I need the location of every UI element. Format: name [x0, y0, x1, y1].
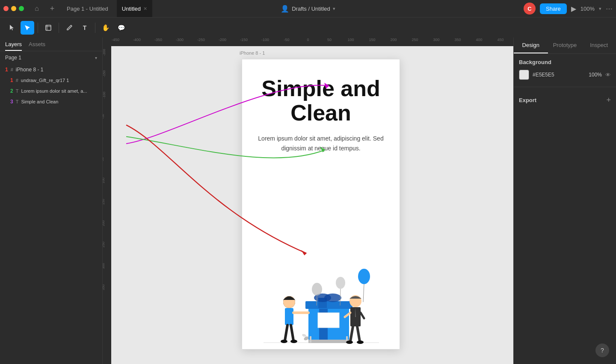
background-row: #E5E5E5 100% 👁 — [519, 70, 611, 80]
ruler-vtick: 50 — [103, 157, 104, 161]
ruler-vtick: 0 — [103, 137, 104, 138]
layer-lorem[interactable]: 2 T Lorem ipsum dolor sit amet, a... — [2, 86, 101, 96]
zoom-level: 100% — [580, 6, 595, 12]
export-row: Export + — [519, 96, 611, 105]
separator3 — [95, 23, 95, 33]
ruler-tick: 450 — [497, 38, 503, 42]
layer-num-1b: 1 — [10, 77, 13, 83]
svg-point-29 — [358, 269, 370, 284]
page-dropdown-icon: ▾ — [95, 56, 97, 60]
ruler-tick: 100 — [347, 38, 354, 42]
layer-num-2: 2 — [10, 88, 13, 94]
layer-iphone-frame[interactable]: 1 # iPhone 8 - 1 — [2, 65, 101, 75]
titlebar-right: C Share ▶ 100% ▾ ⋯ — [524, 3, 613, 15]
select-tool-button[interactable] — [21, 21, 34, 35]
main-area: Layers Assets Page 1 ▾ 1 # iPhone 8 - 1 … — [0, 38, 616, 364]
canvas-content: iPhone 8 - 1 Simple and Clean Lorem ipsu… — [111, 46, 513, 364]
ruler-vtick: -150 — [103, 70, 106, 77]
play-button[interactable]: ▶ — [571, 5, 576, 13]
tab-assets[interactable]: Assets — [29, 41, 45, 51]
canvas-area[interactable]: -450 -400 -350 -300 -250 -200 -150 -100 … — [103, 38, 513, 364]
hand-tool-button[interactable]: ✋ — [99, 21, 113, 35]
ruler-tick: -150 — [240, 38, 248, 42]
layer-simple-clean[interactable]: 3 T Simple and Clean — [2, 97, 101, 107]
ruler-tick: 250 — [412, 38, 418, 42]
svg-point-31 — [312, 283, 322, 296]
layer-undraw[interactable]: 1 # undraw_Gift_re_qr17 1 — [2, 75, 101, 85]
text-icon-3: T — [16, 99, 19, 104]
right-panel: Design Prototype Inspect Background #E5E… — [513, 38, 616, 364]
export-add-button[interactable]: + — [606, 96, 611, 105]
close-tab-icon[interactable]: ✕ — [143, 6, 147, 12]
svg-line-17 — [285, 325, 287, 341]
background-color-swatch[interactable] — [519, 70, 529, 80]
ruler-tick: 200 — [390, 38, 397, 42]
page-selector[interactable]: Page 1 ▾ — [0, 51, 102, 64]
titlebar: ⌂ + Page 1 - Untitled Untitled ✕ 👤 Draft… — [0, 0, 616, 17]
layer-num-3: 3 — [10, 99, 13, 105]
share-button[interactable]: Share — [540, 3, 567, 14]
ruler-tick: -50 — [284, 38, 289, 42]
pen-tool-button[interactable] — [62, 21, 76, 35]
ruler-vtick: -100 — [103, 91, 106, 98]
tab-inspect[interactable]: Inspect — [582, 38, 616, 53]
breadcrumb: Drafts / Untitled — [292, 6, 330, 12]
minimize-button[interactable] — [11, 6, 16, 11]
frame-label: iPhone 8 - 1 — [240, 50, 265, 56]
ruler-tick: -400 — [133, 38, 141, 42]
toolbar: T ✋ 💬 — [0, 17, 616, 38]
phone-body-text: Lorem ipsum dolor sit amet, adipiscing e… — [242, 134, 400, 153]
maximize-button[interactable] — [19, 6, 24, 11]
tab-page1[interactable]: Page 1 - Untitled — [62, 0, 113, 17]
ruler-vtick: 100 — [103, 178, 105, 183]
eye-icon[interactable]: 👁 — [605, 72, 611, 78]
background-opacity: 100% — [585, 72, 602, 78]
ruler-vertical: -200 -150 -100 -50 0 50 100 150 200 250 … — [103, 46, 111, 364]
svg-rect-37 — [318, 313, 339, 328]
phone-frame[interactable]: Simple and Clean Lorem ipsum dolor sit a… — [242, 59, 400, 349]
svg-point-27 — [346, 341, 353, 344]
add-tab-button[interactable]: + — [46, 3, 58, 15]
ruler-horizontal: -450 -400 -350 -300 -250 -200 -150 -100 … — [111, 38, 513, 46]
svg-line-24 — [361, 313, 364, 318]
ruler-tick: 400 — [476, 38, 482, 42]
frame-tool-button[interactable] — [41, 21, 55, 35]
ruler-tick: 300 — [433, 38, 439, 42]
separator — [38, 23, 38, 33]
ruler-tick: -200 — [219, 38, 226, 42]
svg-point-28 — [357, 341, 364, 344]
user-avatar-icon: 👤 — [281, 5, 289, 13]
comment-tool-button[interactable]: 💬 — [114, 21, 128, 35]
tab-layers[interactable]: Layers — [5, 41, 22, 51]
tab-design[interactable]: Design — [514, 38, 548, 53]
svg-rect-15 — [285, 308, 293, 325]
svg-line-30 — [363, 284, 364, 302]
export-section: Export + — [514, 87, 616, 110]
tab-untitled[interactable]: Untitled ✕ — [117, 0, 152, 17]
ruler-vtick: 300 — [103, 263, 105, 269]
svg-rect-6 — [305, 301, 352, 309]
overflow-icon[interactable]: ⋯ — [606, 5, 613, 13]
chevron-down-icon[interactable]: ▾ — [599, 6, 601, 12]
close-button[interactable] — [3, 6, 9, 11]
tab-prototype[interactable]: Prototype — [548, 38, 582, 53]
frame-icon: # — [11, 67, 13, 72]
help-button[interactable]: ? — [595, 343, 609, 357]
svg-line-18 — [291, 325, 293, 341]
ruler-corner — [103, 38, 111, 46]
home-icon[interactable]: ⌂ — [31, 3, 43, 15]
breadcrumb-area: 👤 Drafts / Untitled ▾ — [281, 5, 335, 13]
svg-line-26 — [357, 326, 360, 341]
ruler-tick: 150 — [369, 38, 375, 42]
background-hex: #E5E5E5 — [533, 72, 581, 78]
dropdown-icon[interactable]: ▾ — [333, 6, 335, 12]
text-tool-button[interactable]: T — [78, 21, 92, 35]
ruler-vtick: 200 — [103, 220, 105, 226]
panel-tabs: Layers Assets — [0, 38, 102, 51]
move-tool-button[interactable] — [5, 21, 19, 35]
background-label: Background — [519, 59, 611, 65]
layers-list: 1 # iPhone 8 - 1 1 # undraw_Gift_re_qr17… — [0, 64, 102, 107]
export-label: Export — [519, 97, 536, 103]
right-panel-tabs: Design Prototype Inspect — [514, 38, 616, 54]
ruler-tick: -450 — [112, 38, 119, 42]
